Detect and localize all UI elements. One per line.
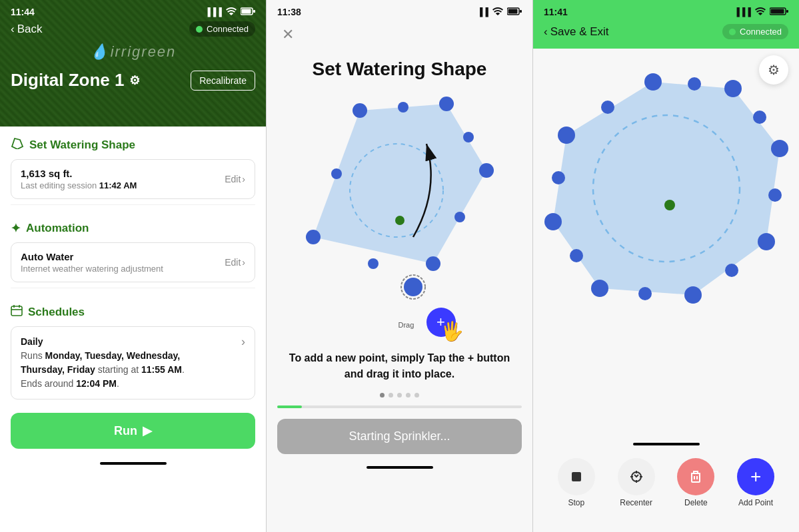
set-watering-label: Set Watering Shape xyxy=(29,138,135,152)
add-point-button[interactable]: + xyxy=(737,458,774,495)
add-point-label: Add Point xyxy=(738,498,773,507)
status-bar: 11:38 ▐▐ xyxy=(267,0,532,20)
automation-card-info: Auto Water Internet weather watering adj… xyxy=(21,251,163,274)
svg-point-18 xyxy=(306,230,321,244)
shape-canvas[interactable] xyxy=(533,49,799,435)
schedules-header: Schedules xyxy=(11,304,255,320)
svg-point-48 xyxy=(601,101,614,114)
signal-icon: ▐▐▐ xyxy=(734,7,751,17)
bottom-toolbar: Stop Recenter xyxy=(533,458,799,507)
time-display: 11:41 xyxy=(544,7,568,17)
close-button[interactable]: ✕ xyxy=(277,24,299,45)
watering-shape-icon xyxy=(11,137,24,152)
run-button[interactable]: Run ▶ xyxy=(11,413,255,449)
zone-settings-icon[interactable]: ⚙ xyxy=(129,73,140,88)
top-bar: ✕ xyxy=(267,20,532,52)
save-exit-label: Save & Exit xyxy=(550,25,609,39)
svg-point-17 xyxy=(426,256,440,271)
automation-edit-button[interactable]: Edit › xyxy=(225,257,245,268)
delete-button[interactable] xyxy=(677,458,714,495)
schedules-label: Schedules xyxy=(28,306,85,319)
automation-section: ✦ Automation Auto Water Internet weather… xyxy=(0,210,266,282)
svg-point-36 xyxy=(758,233,775,250)
connected-badge: Connected xyxy=(722,24,788,39)
battery-icon xyxy=(241,7,255,17)
back-button[interactable]: ‹ Back xyxy=(11,23,42,36)
zone-title: Digital Zone 1 ⚙ xyxy=(11,70,140,91)
schedules-card[interactable]: Daily Runs Monday, Tuesday, Wednesday,Th… xyxy=(11,326,255,399)
svg-marker-30 xyxy=(553,82,780,295)
svg-point-40 xyxy=(558,127,575,144)
schedules-icon xyxy=(11,304,23,320)
add-point-tool[interactable]: + Add Point xyxy=(737,458,774,507)
svg-point-45 xyxy=(638,287,652,300)
schedules-section: Schedules Daily Runs Monday, Tuesday, We… xyxy=(0,294,266,399)
automation-header: ✦ Automation xyxy=(11,221,255,236)
svg-point-35 xyxy=(771,140,788,157)
wifi-icon xyxy=(755,7,766,17)
svg-point-14 xyxy=(353,103,367,118)
svg-rect-1 xyxy=(242,9,251,13)
shape-svg-3[interactable] xyxy=(533,49,799,421)
brand-logo: 💧irrigreen xyxy=(0,41,266,63)
delete-tool[interactable]: Delete xyxy=(677,458,714,507)
recenter-button[interactable] xyxy=(618,458,655,495)
svg-marker-3 xyxy=(12,138,23,149)
svg-point-37 xyxy=(684,286,702,304)
svg-point-39 xyxy=(544,213,562,230)
recenter-label: Recenter xyxy=(620,498,652,507)
svg-point-43 xyxy=(768,188,782,202)
connected-indicator xyxy=(729,29,736,35)
panel3-header: 11:41 ▐▐▐ ‹ Save & Exit Connected xyxy=(533,0,799,49)
recalibrate-button[interactable]: Recalibrate xyxy=(191,71,255,91)
svg-point-24 xyxy=(395,216,404,225)
zone-title-bar: Digital Zone 1 ⚙ Recalibrate xyxy=(0,63,266,91)
svg-point-34 xyxy=(724,80,742,97)
automation-card[interactable]: Auto Water Internet weather watering adj… xyxy=(11,242,255,282)
watering-edit-button[interactable]: Edit › xyxy=(225,174,245,184)
status-icons: ▐▐▐ xyxy=(205,7,255,17)
svg-point-15 xyxy=(439,97,454,111)
svg-rect-55 xyxy=(692,473,700,482)
set-watering-section: Set Watering Shape 1,613 sq ft. Last edi… xyxy=(0,127,266,199)
svg-rect-10 xyxy=(520,10,522,13)
status-bar: 11:44 ▐▐▐ xyxy=(0,0,266,17)
panel-title: Set Watering Shape xyxy=(267,52,532,91)
chevron-right-icon: › xyxy=(242,257,245,268)
automation-icon: ✦ xyxy=(11,221,21,236)
status-bar: 11:41 ▐▐▐ xyxy=(544,7,788,21)
auto-water-subtitle: Internet weather watering adjustment xyxy=(21,264,163,274)
svg-rect-9 xyxy=(508,9,518,13)
svg-point-44 xyxy=(725,264,738,277)
svg-point-21 xyxy=(454,212,465,222)
watering-area: 1,613 sq ft. xyxy=(21,168,137,179)
recenter-tool[interactable]: Recenter xyxy=(618,458,655,507)
page-dots xyxy=(267,389,532,401)
starting-sprinkler-button[interactable]: Starting Sprinkler... xyxy=(277,419,522,454)
stop-label: Stop xyxy=(568,498,585,507)
svg-point-42 xyxy=(753,111,766,124)
status-icons: ▐▐▐ xyxy=(734,7,788,17)
set-watering-shape-panel: 11:38 ▐▐ ✕ Set Watering Shape xyxy=(267,0,533,532)
shape-canvas[interactable]: Drag + 🖐 xyxy=(273,91,526,344)
watering-card[interactable]: 1,613 sq ft. Last editing session 11:42 … xyxy=(11,159,255,199)
add-point-button[interactable]: + 🖐 xyxy=(426,308,456,337)
panel3-body: ⚙ xyxy=(533,49,799,521)
stop-button[interactable] xyxy=(558,458,595,495)
svg-point-22 xyxy=(368,258,379,269)
wifi-icon xyxy=(492,7,503,17)
delete-label: Delete xyxy=(684,498,708,507)
auto-water-title: Auto Water xyxy=(21,251,163,262)
dot-5 xyxy=(414,393,419,398)
dot-3 xyxy=(397,393,402,398)
stop-tool[interactable]: Stop xyxy=(558,458,595,507)
svg-point-20 xyxy=(463,132,474,142)
shape-svg[interactable] xyxy=(273,91,526,317)
save-exit-button[interactable]: ‹ Save & Exit xyxy=(544,25,609,39)
zone-header: 11:44 ▐▐▐ ‹ Back Connected xyxy=(0,0,266,127)
back-chevron-icon: ‹ xyxy=(544,25,548,39)
time-display: 11:44 xyxy=(11,7,35,17)
svg-rect-49 xyxy=(572,472,581,481)
schedule-info: Daily Runs Monday, Tuesday, Wednesday,Th… xyxy=(21,335,185,391)
run-label: Run xyxy=(114,424,137,438)
